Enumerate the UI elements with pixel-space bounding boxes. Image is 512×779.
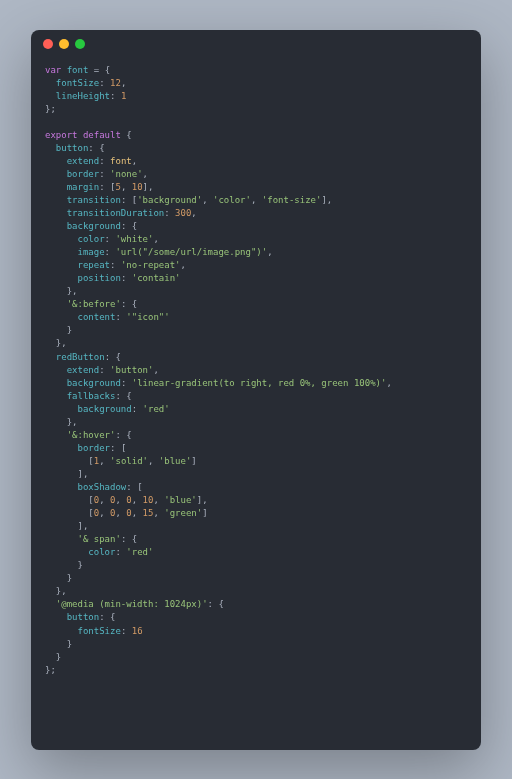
hover-border-1: 'solid' — [110, 456, 148, 466]
transition-duration: 300 — [175, 208, 191, 218]
bs1-3: 15 — [143, 508, 154, 518]
bs1-4: 'green' — [164, 508, 202, 518]
close-icon[interactable] — [43, 39, 53, 49]
transition-0: 'background' — [137, 195, 202, 205]
transition-2: 'font-size' — [262, 195, 322, 205]
button-border: 'none' — [110, 169, 143, 179]
bg-color: 'white' — [115, 234, 153, 244]
code-block: var font = { fontSize: 12, lineHeight: 1… — [31, 58, 481, 683]
code-window: var font = { fontSize: 12, lineHeight: 1… — [31, 30, 481, 750]
margin-1: 10 — [132, 182, 143, 192]
redbutton-bg: 'linear-gradient(to right, red 0%, green… — [132, 378, 387, 388]
font-size-value: 12 — [110, 78, 121, 88]
media-fontsize: 16 — [132, 626, 143, 636]
bs0-4: 'blue' — [164, 495, 197, 505]
button-extend: font — [110, 156, 132, 166]
fallback-bg: 'red' — [143, 404, 170, 414]
bg-image: 'url("/some/url/image.png")' — [115, 247, 267, 257]
redbutton-extend: 'button' — [110, 365, 153, 375]
window-titlebar — [31, 30, 481, 58]
span-color: 'red' — [126, 547, 153, 557]
minimize-icon[interactable] — [59, 39, 69, 49]
maximize-icon[interactable] — [75, 39, 85, 49]
before-content: '"icon"' — [126, 312, 169, 322]
transition-1: 'color' — [213, 195, 251, 205]
bg-repeat: 'no-repeat' — [121, 260, 181, 270]
bg-position: 'contain' — [132, 273, 181, 283]
line-height-value: 1 — [121, 91, 126, 101]
hover-border-2: 'blue' — [159, 456, 192, 466]
bs0-3: 10 — [143, 495, 154, 505]
